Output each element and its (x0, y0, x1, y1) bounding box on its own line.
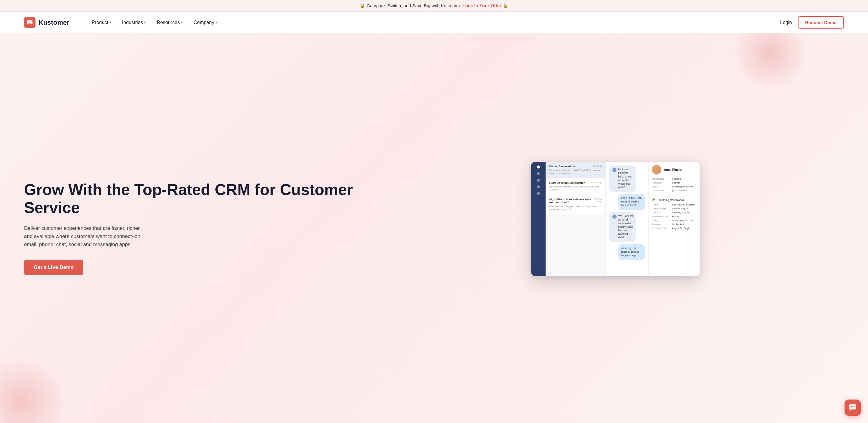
product-chevron-icon: ▾ (110, 21, 111, 24)
nav-links: Product ▾ Industries ▾ Resources ▾ Compa… (88, 18, 780, 28)
chat-item-time: 2 Weeks Ago (593, 198, 602, 202)
chat-bubble-agent-2: Yes. Look for an email confirmation shor… (609, 212, 636, 242)
field-contact: Contact Info (212) 555-5555 (652, 189, 696, 192)
label-checkout: Check-out (652, 211, 672, 214)
list-item[interactable]: Hotel Booking Confirmation 2 Weeks Ago R… (546, 178, 606, 195)
agent-avatar-2 (612, 214, 617, 219)
field-email: Email a.pinero@email.com (652, 185, 696, 188)
label-reason: Reason for stay (652, 215, 672, 218)
value-room: Family Suite, 4 Guests (672, 203, 696, 206)
reservation-title: 🌴 Upcoming Reservation (652, 198, 696, 202)
label-activities: Activities (652, 223, 672, 225)
chat-bubble-agent: Hi, Anna. Happy to help. La Mer is popul… (609, 165, 636, 192)
nav-product[interactable]: Product ▾ (88, 18, 116, 28)
user-name: Anna Pinero (664, 168, 682, 172)
resources-chevron-icon: ▾ (181, 21, 183, 24)
logo[interactable]: Kustomer (24, 17, 69, 28)
agent-message: Hi, Anna. Happy to help. La Mer is popul… (618, 168, 633, 189)
chat-item-preview: Reservation Number: 06141946 | Deluxe Su… (549, 185, 602, 192)
nav-resources[interactable]: Resources ▾ (153, 18, 187, 28)
hero-title: Grow With the Top-Rated CRM for Customer… (24, 181, 393, 217)
user-header: Anna Pinero (652, 165, 696, 175)
field-room: Room Family Suite, 4 Guests (652, 203, 696, 206)
field-membership: Membership Platinum (652, 178, 696, 180)
section-divider (652, 195, 696, 196)
svg-point-6 (854, 406, 855, 407)
list-item[interactable]: Hi, I'd like to book a deluxe suite from… (546, 195, 606, 214)
user-info-section: Anna Pinero Membership Platinum Pronouns… (652, 165, 696, 192)
logo-svg (26, 19, 33, 26)
svg-point-2 (30, 21, 31, 22)
list-item[interactable]: Dinner Reservations 5 Min Ago Hi, we're … (546, 162, 606, 178)
value-email: a.pinero@email.com (672, 185, 696, 188)
svg-point-5 (852, 406, 853, 407)
avatar (652, 165, 661, 175)
label-pronouns: Pronouns (652, 181, 672, 184)
customer-message-2: Amazing. No, that's it. Thanks for your … (621, 247, 639, 257)
hero-description: Deliver customer experiences that are fa… (24, 224, 150, 249)
label-membership: Membership (652, 178, 672, 180)
label-checkin: Check-in Date (652, 207, 672, 210)
label-previous-visits: Previous Visits (652, 227, 672, 230)
value-reason: Holiday (672, 215, 696, 218)
banner-prefix: 🔒 Compare, Switch, and Save Big with Kus… (360, 3, 461, 8)
nav-company[interactable]: Company ▾ (189, 18, 221, 28)
field-previous-visits: Previous Visits August 21, 7 nights (652, 227, 696, 230)
logo-icon (24, 17, 35, 28)
label-email: Email (652, 185, 672, 188)
chat-widget-button[interactable] (844, 399, 861, 416)
label-contact: Contact Info (652, 189, 672, 192)
request-demo-button[interactable]: Request Demo (798, 16, 844, 29)
svg-point-1 (28, 21, 29, 22)
sidebar-dot-4 (537, 185, 540, 188)
nav-industries[interactable]: Industries ▾ (118, 18, 150, 28)
sidebar-dot-1 (537, 165, 540, 169)
agent-message-2: Yes. Look for an email confirmation shor… (618, 214, 633, 240)
crm-mockup: Dinner Reservations 5 Min Ago Hi, we're … (531, 162, 706, 294)
chat-bubble-customer: Love La Mer. Can we grab a table for 4 a… (618, 194, 645, 210)
agent-avatar (612, 168, 617, 172)
chat-bubble-customer-2: Amazing. No, that's it. Thanks for your … (618, 244, 645, 260)
chat-item-title: Hotel Booking Confirmation (549, 181, 585, 184)
chat-list: Dinner Reservations 5 Min Ago Hi, we're … (546, 162, 606, 276)
hero-left: Grow With the Top-Rated CRM for Customer… (24, 181, 393, 275)
customer-message: Love La Mer. Can we grab a table for 4 a… (621, 197, 642, 207)
chat-item-title: Dinner Reservations (549, 165, 576, 168)
value-previous-visits: August 21, 7 nights (672, 227, 696, 230)
value-activities: Not Booked (672, 223, 696, 225)
chat-item-title: Hi, I'd like to book a deluxe suite from… (549, 198, 593, 204)
chat-item-preview: Hi, we're checking in on 8/22 and I'd li… (549, 169, 602, 175)
reservation-icon: 🌴 (652, 198, 655, 202)
banner-cta[interactable]: Lock In Your Offer (463, 3, 501, 8)
value-checkout: Saturday, Aug 28 (672, 211, 696, 214)
monitor-screen: Dinner Reservations 5 Min Ago Hi, we're … (531, 162, 700, 276)
banner-suffix: 🔒 (503, 3, 508, 8)
crm-sidebar (531, 162, 546, 276)
company-chevron-icon: ▾ (215, 21, 217, 24)
value-pronouns: She/her (672, 181, 696, 184)
field-checkin: Check-in Date Sunday, Aug 22 (652, 207, 696, 210)
industries-chevron-icon: ▾ (144, 21, 146, 24)
top-banner: 🔒 Compare, Switch, and Save Big with Kus… (0, 0, 868, 12)
field-reason: Reason for stay Holiday (652, 215, 696, 218)
chat-conversation: Hi, Anna. Happy to help. La Mer is popul… (606, 162, 648, 276)
value-contact: (212) 555-5555 (672, 189, 696, 192)
login-button[interactable]: Login (780, 20, 792, 25)
svg-rect-0 (27, 20, 32, 24)
field-checkout: Check-out Saturday, Aug 28 (652, 211, 696, 214)
label-dining: Dining (652, 219, 672, 222)
label-room: Room (652, 203, 672, 206)
monitor: Dinner Reservations 5 Min Ago Hi, we're … (531, 162, 700, 276)
chat-widget-icon (848, 403, 857, 412)
sidebar-dot-2 (537, 172, 540, 175)
svg-point-4 (850, 406, 852, 407)
field-activities: Activities Not Booked (652, 223, 696, 225)
get-live-demo-button[interactable]: Get a Live Demo (24, 260, 83, 275)
chat-item-preview: Hi Anna, I can help you book your stay. … (549, 205, 602, 211)
reservation-section: 🌴 Upcoming Reservation Room Family Suite… (652, 198, 696, 230)
customer-panel: Anna Pinero Membership Platinum Pronouns… (648, 162, 700, 276)
chat-item-time: 5 Min Ago (592, 165, 602, 167)
value-membership: Platinum (672, 178, 696, 180)
field-pronouns: Pronouns She/her (652, 181, 696, 184)
value-dining: La Mer, Aug 22, 7pm (672, 219, 696, 222)
